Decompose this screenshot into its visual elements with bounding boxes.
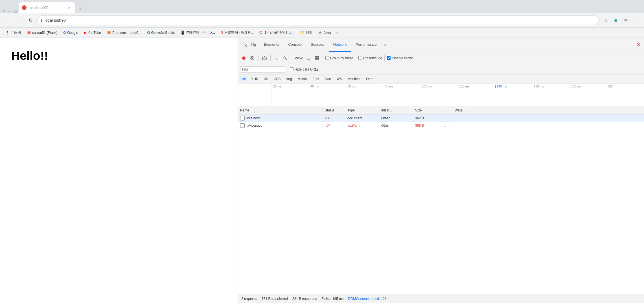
td-type-favicon: text/html [345,124,379,128]
preserve-log-label[interactable]: Preserve log [358,56,382,60]
filter-button[interactable] [273,54,280,62]
back-button[interactable]: ← [3,16,12,25]
type-filter-css[interactable]: CSS [271,76,284,82]
type-filter-font[interactable]: Font [310,76,322,82]
timeline-left [238,84,272,106]
disable-cache-checkbox[interactable] [387,56,391,60]
tab-sources[interactable]: Sources [306,38,329,52]
svg-rect-14 [315,56,317,58]
youtube-icon: ▶ [84,30,87,35]
page-content: Hello!! [0,38,238,303]
svg-point-3 [242,56,246,60]
preserve-log-checkbox[interactable] [358,56,362,60]
tab-bar: × — □ localhost:90 × + [0,0,644,13]
navigation-bar: ← → ↻ ℹ localhost:90 ☆ ● ✏ ⋮ [0,13,644,28]
devtools-panel: Elements Console Sources Network Perform… [238,38,644,303]
timeline-ticks: 20 ms 40 ms 60 ms 80 ms 100 ms 120 ms 14… [272,84,644,88]
table-row[interactable]: localhost 200 document Other 362 B [238,115,644,122]
device-toolbar-button[interactable] [250,41,257,49]
ali-icon: 📁 [300,30,305,35]
bookmark-google[interactable]: G Google [61,29,80,36]
hide-data-urls-checkbox[interactable] [290,67,293,71]
type-filter-other[interactable]: Other [363,76,377,82]
address-cursor [595,18,595,23]
new-tab-button[interactable]: + [76,5,84,13]
window-close-btn[interactable]: × [2,9,6,13]
bookmark-6d[interactable]: N 六维空间 · 教育科... [218,29,256,36]
disable-cache-label[interactable]: Disable cache [387,56,413,60]
browser-window: × — □ localhost:90 × + ← → ↻ ℹ localhost… [0,0,644,303]
type-filter-manifest[interactable]: Manifest [345,76,363,82]
timeline-area: 20 ms 40 ms 60 ms 80 ms 100 ms 120 ms 14… [238,84,644,106]
record-button[interactable] [240,54,247,62]
filter-bar: Hide data URLs [238,64,644,74]
stop-recording-button[interactable] [249,54,256,62]
bookmark-frank[interactable]: C 【Frank的博客】ot... [257,29,297,36]
profile-button[interactable]: ● [611,16,620,25]
search-button[interactable] [281,54,289,62]
screenshot-button[interactable] [261,54,268,62]
window-maximize-btn[interactable]: □ [14,9,17,13]
bookmark-ali[interactable]: 📁 阿里 [298,29,315,36]
tab-close-btn[interactable]: × [67,5,72,10]
bookmark-github[interactable]: 🐙 sunwu51 (Frank) [24,29,60,36]
tab-elements[interactable]: Elements [259,38,284,52]
address-text: localhost:90 [45,18,592,23]
td-status-favicon: 404 [323,124,345,128]
td-name-favicon: favicon.ico [238,123,323,128]
type-filter-all[interactable]: All [239,76,248,82]
type-filter-ws[interactable]: WS [334,76,345,82]
menu-button[interactable]: ⋮ [632,16,641,25]
reload-button[interactable]: ↻ [26,16,35,25]
filter-input[interactable] [240,66,285,73]
group-by-frame-checkbox[interactable] [325,56,329,60]
row-checkbox-localhost[interactable] [240,116,245,120]
devtools-close-btn[interactable]: ✕ [634,38,643,52]
svg-line-10 [286,59,287,60]
row-checkbox-favicon[interactable] [240,123,245,128]
forward-button[interactable]: → [15,16,24,25]
extension-button[interactable]: ✏ [621,16,630,25]
devtools-icon-group [239,41,259,49]
th-status: Status [323,108,345,112]
status-dom-content-loaded: DOMContentLoaded: 126 m [348,297,390,301]
bookmarks-more-button[interactable]: » [334,29,339,36]
list-view-button[interactable] [305,54,312,62]
table-row[interactable]: favicon.ico 404 text/html Other 399 B [238,122,644,129]
bookmark-leetcode[interactable]: 🦊 Problems - LeetC... [104,29,144,36]
address-bar[interactable]: ℹ localhost:90 [37,16,599,25]
devtools-tab-bar: Elements Console Sources Network Perform… [238,38,644,52]
bookmark-geeksforgeeks[interactable]: G GeeksforGeeks [145,29,177,36]
bookmark-java[interactable]: ☕ Java [316,29,333,36]
tab-performance[interactable]: Performance [351,38,381,52]
bookmark-ali-label: 阿里 [306,30,312,35]
security-icon: ℹ [41,18,42,23]
th-waterfall: Wate... [452,108,644,112]
status-transferred: 761 B transferred [262,297,288,301]
type-filter-img[interactable]: Img [283,76,295,82]
type-filter-js[interactable]: JS [261,76,271,82]
type-filter-xhr[interactable]: XHR [248,76,261,82]
bookmark-6d-label: 六维空间 · 教育科... [224,30,254,35]
timeline-right: 20 ms 40 ms 60 ms 80 ms 100 ms 120 ms 14… [272,84,644,106]
type-filter-media[interactable]: Media [295,76,310,82]
svg-point-8 [264,58,265,59]
bookmark-frank-label: 【Frank的博客】ot... [263,30,294,35]
type-filter-doc[interactable]: Doc [322,76,334,82]
tab-console[interactable]: Console [284,38,306,52]
toolbar-separator-4 [323,55,323,61]
bookmark-star-button[interactable]: ☆ [601,16,610,25]
inspect-element-button[interactable] [241,41,249,49]
browser-tab-active[interactable]: localhost:90 × [19,2,75,13]
bookmark-apps[interactable]: ⋮⋮ 应用 [3,29,23,36]
tab-network[interactable]: Network [329,38,351,52]
bookmark-youtube[interactable]: ▶ YouTube [82,29,103,36]
bookmark-bilibili[interactable]: 📱 哔哩哔哩（'-'）つ... [178,29,217,36]
tick-60ms: 60 ms [346,85,384,88]
group-by-frame-label[interactable]: Group by frame [325,56,354,60]
frank-icon: C [259,30,262,35]
group-view-button[interactable] [313,54,321,62]
hide-data-urls-label[interactable]: Hide data URLs [290,67,319,71]
window-minimize-btn[interactable]: — [8,9,12,13]
devtools-tab-more[interactable]: » [381,38,388,52]
